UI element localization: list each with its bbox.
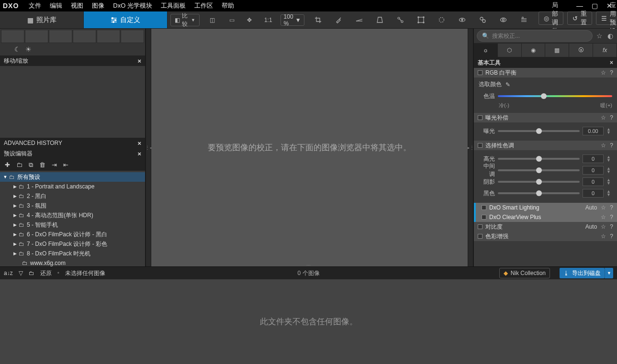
menu-edit[interactable]: 编辑 — [45, 1, 67, 10]
horizon-tool[interactable] — [351, 14, 367, 26]
star-icon[interactable]: ☆ — [601, 69, 606, 76]
basic-tools-header[interactable]: 基本工具 × — [474, 57, 617, 68]
menu-help[interactable]: 帮助 — [217, 1, 238, 10]
sun-icon[interactable]: ☀ — [25, 45, 32, 53]
export-button[interactable]: ⭳ 导出到磁盘 — [560, 268, 605, 278]
import-icon[interactable]: ⇥ — [52, 161, 57, 168]
crop-tool[interactable] — [310, 14, 326, 26]
highlights-slider[interactable] — [498, 158, 580, 160]
window-maximize-icon[interactable]: ▢ — [592, 2, 598, 10]
seltone-header[interactable]: 选择性色调 ☆? — [474, 141, 617, 150]
drag-handle-icon[interactable]: ⋯ — [306, 263, 311, 268]
star-icon[interactable]: ☆ — [601, 214, 606, 221]
checkbox[interactable] — [478, 70, 482, 75]
export-dropdown[interactable]: ▼ — [605, 268, 613, 278]
help-icon[interactable]: ? — [610, 204, 613, 211]
menu-file[interactable]: 文件 — [24, 1, 45, 10]
export-icon[interactable]: ⇤ — [63, 161, 68, 168]
help-icon[interactable]: ? — [610, 69, 613, 76]
thumb-slot[interactable] — [121, 30, 144, 43]
color-enhance-header[interactable]: 色彩增强 ☆? — [474, 232, 617, 241]
help-icon[interactable]: ? — [610, 114, 613, 121]
blacks-slider[interactable] — [498, 192, 580, 194]
eyedropper-icon[interactable]: ✎ — [505, 81, 510, 88]
menu-panels[interactable]: 工具面板 — [157, 1, 190, 10]
menu-optics[interactable]: DxO 光学模块 — [109, 1, 157, 10]
star-icon[interactable]: ☆ — [601, 223, 606, 230]
reset-button[interactable]: ↺ 重置 — [567, 11, 592, 25]
help-icon[interactable]: ? — [610, 142, 613, 149]
help-icon[interactable]: ? — [610, 214, 613, 221]
expo-header[interactable]: 曝光补偿 ☆? — [474, 113, 617, 122]
highlights-value[interactable]: 0 — [583, 154, 604, 163]
shadows-slider[interactable] — [498, 181, 580, 183]
close-icon[interactable]: × — [137, 57, 141, 65]
apply-preset-button[interactable]: ☰ 应用预设 — [596, 11, 617, 25]
cat-effects[interactable]: fx — [593, 44, 617, 57]
close-icon[interactable]: × — [610, 59, 613, 66]
thumb-slot[interactable] — [25, 30, 48, 43]
checkbox[interactable] — [478, 224, 482, 229]
thumb-slot[interactable] — [1, 30, 24, 43]
clearview-header[interactable]: DxO ClearView Plus ☆? — [474, 212, 617, 222]
preset-folder[interactable]: ▶🗀7 - DxO FilmPack 设计师 - 彩色 — [0, 239, 145, 249]
filter-icon[interactable]: ▽ — [19, 270, 23, 276]
pan-button[interactable]: ✥ — [243, 14, 256, 26]
midtones-value[interactable]: 0 — [583, 166, 604, 175]
preset-folder[interactable]: ▶🗀8 - DxO FilmPack 时光机 — [0, 249, 145, 258]
compare-button[interactable]: ◧ 比较 ▼ — [170, 14, 200, 26]
delete-icon[interactable]: 🗑 — [39, 161, 45, 168]
moon-icon[interactable]: ☾ — [14, 45, 21, 53]
perspective-tool[interactable] — [372, 14, 388, 26]
fit-button[interactable]: ▭ — [225, 14, 239, 26]
preview-toggle[interactable] — [495, 14, 511, 26]
stepper[interactable]: ▲▼ — [606, 178, 612, 185]
close-icon[interactable]: × — [137, 150, 141, 157]
help-icon[interactable]: ? — [610, 223, 613, 230]
preset-folder[interactable]: ▶🗀6 - DxO FilmPack 设计师 - 黑白 — [0, 230, 145, 239]
cat-geometry[interactable]: ▦ — [545, 44, 569, 57]
tab-customize[interactable]: 自定义 — [84, 11, 168, 28]
sort-icon[interactable]: a↓z — [4, 270, 13, 276]
menu-view[interactable]: 视图 — [67, 1, 88, 10]
actual-size-button[interactable]: 1:1 — [260, 14, 277, 26]
star-icon[interactable]: ☆ — [601, 142, 606, 149]
restore-label[interactable]: 还原 — [40, 269, 52, 277]
stepper[interactable]: ▲▼ — [606, 155, 612, 162]
control-points-tool[interactable] — [393, 14, 408, 26]
shadows-value[interactable]: 0 — [583, 177, 604, 186]
redeye-tool[interactable] — [454, 14, 470, 26]
star-icon[interactable]: ☆ — [601, 204, 606, 211]
spot-tool[interactable] — [434, 14, 449, 26]
stepper[interactable]: ▲▼ — [606, 190, 612, 197]
info-toggle[interactable] — [516, 14, 532, 26]
local-adjust-button[interactable]: ◎ 局部调整 — [538, 11, 563, 25]
search-input[interactable]: 🔍 搜索校正... — [477, 30, 593, 42]
left-splitter[interactable]: ⋮◂ — [146, 29, 151, 266]
thumb-slot[interactable] — [49, 30, 72, 43]
preset-folder[interactable]: ▶🗀5 - 智能手机 — [0, 220, 145, 230]
checkbox[interactable] — [478, 143, 482, 148]
stepper[interactable]: ▲▼ — [606, 167, 612, 174]
favorite-icon[interactable]: ☆ — [595, 32, 604, 40]
zoom-dropdown[interactable]: 100 %▼ — [280, 14, 304, 26]
thumb-slot[interactable] — [97, 30, 120, 43]
close-icon[interactable]: × — [137, 140, 141, 147]
menu-image[interactable]: 图像 — [88, 1, 109, 10]
tab-library[interactable]: ▦ 照片库 — [0, 11, 84, 28]
star-icon[interactable]: ☆ — [601, 233, 606, 240]
nik-collection-button[interactable]: ◆ Nik Collection — [499, 268, 550, 278]
thumb-slot[interactable] — [73, 30, 96, 43]
exposure-value[interactable]: 0.00 — [583, 127, 604, 135]
eyedropper-tool[interactable] — [331, 14, 347, 26]
move-zoom-header[interactable]: 移动/缩放 × — [0, 55, 145, 66]
cat-local[interactable]: ⦿ — [569, 44, 593, 57]
checkbox[interactable] — [478, 234, 482, 239]
new-preset-icon[interactable]: ✚ — [5, 161, 10, 168]
cat-light[interactable]: ☼ — [474, 44, 498, 57]
preset-folder[interactable]: ▶🗀1 - Portrait and Landscape — [0, 182, 145, 191]
blacks-value[interactable]: 0 — [583, 189, 604, 198]
preset-folder[interactable]: ▶🗀3 - 氛围 — [0, 201, 145, 210]
preset-folder[interactable]: ▶🗀2 - 黑白 — [0, 191, 145, 201]
repair-tool[interactable] — [475, 14, 491, 26]
